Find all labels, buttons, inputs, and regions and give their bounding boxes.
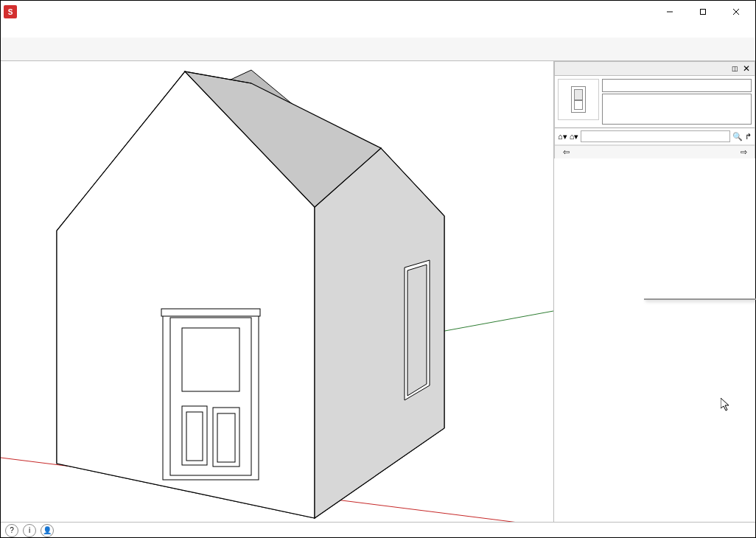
nav-back-icon[interactable]: ⇦ <box>559 147 573 157</box>
status-bar: ? i 👤 <box>1 522 755 538</box>
component-nav: ⇦ ⇨ <box>555 145 755 158</box>
svg-marker-26 <box>407 265 427 396</box>
component-search-row: ⌂▾ ⌂▾ 🔍 ↱ <box>555 128 755 145</box>
svg-rect-20 <box>182 328 239 391</box>
search-icon[interactable]: 🔍 <box>732 132 743 142</box>
svg-rect-22 <box>213 408 239 467</box>
main-area: ◫ ✕ ⌂▾ ⌂▾ 🔍 ↱ ⇦ <box>1 61 755 522</box>
search-forward-icon[interactable]: ↱ <box>745 132 752 142</box>
svg-rect-1 <box>700 10 705 15</box>
maximize-button[interactable] <box>686 1 719 23</box>
sidebar-tray: ◫ ✕ ⌂▾ ⌂▾ 🔍 ↱ ⇦ <box>554 61 755 522</box>
tray-header[interactable]: ◫ ✕ <box>554 61 755 76</box>
pin-icon[interactable]: ◫ <box>732 65 738 72</box>
nav-fwd-icon[interactable]: ⇨ <box>737 147 750 157</box>
svg-rect-19 <box>161 309 260 316</box>
model-icon[interactable]: ⌂▾ <box>558 132 567 142</box>
app-icon: S <box>4 5 17 18</box>
component-description-input[interactable] <box>602 94 752 125</box>
warehouse-search-input[interactable] <box>581 130 730 142</box>
info-icon[interactable]: i <box>23 524 36 537</box>
tray-close-icon[interactable]: ✕ <box>743 63 750 74</box>
titlebar: S <box>1 1 755 23</box>
help-icon[interactable]: ? <box>5 524 18 537</box>
home-icon[interactable]: ⌂▾ <box>570 132 579 142</box>
svg-rect-21 <box>182 406 207 465</box>
component-name-input[interactable] <box>602 79 752 92</box>
user-icon[interactable]: 👤 <box>41 524 54 537</box>
menubar <box>1 23 755 38</box>
viewport-3d[interactable] <box>1 61 554 522</box>
close-button[interactable] <box>719 1 752 23</box>
context-menu <box>644 298 756 300</box>
component-thumb <box>558 79 599 120</box>
toolbar <box>1 38 755 61</box>
components-panel: ⌂▾ ⌂▾ 🔍 ↱ ⇦ ⇨ <box>554 76 755 158</box>
minimize-button[interactable] <box>653 1 686 23</box>
